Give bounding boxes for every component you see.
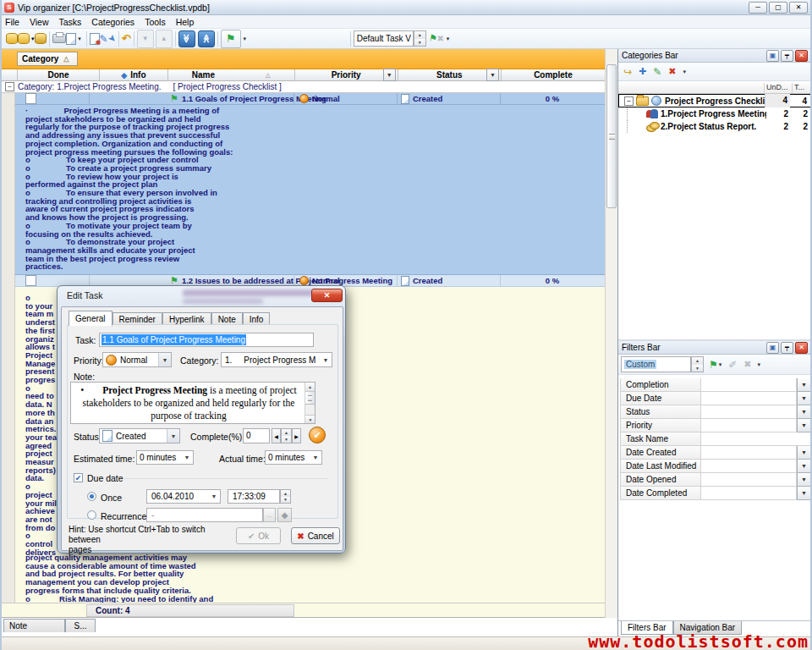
once-radio[interactable] xyxy=(87,492,96,501)
task2-done-checkbox[interactable] xyxy=(25,275,36,286)
edit-category-icon[interactable]: ✎ xyxy=(653,66,661,78)
menu-help[interactable]: Help xyxy=(176,17,195,27)
actual-combo-arrow-icon[interactable]: ▼ xyxy=(310,451,321,464)
filter-preset-spinner[interactable]: ▲▼ xyxy=(691,356,704,372)
col-name[interactable]: Name △ xyxy=(168,69,295,80)
col-done[interactable]: Done xyxy=(18,69,100,80)
tab-s[interactable]: S... xyxy=(65,619,96,632)
menu-categories[interactable]: Categories xyxy=(91,17,134,27)
clear-filter-icon[interactable]: ✐ xyxy=(728,359,737,371)
view-options-dropdown-icon[interactable]: ▾ xyxy=(444,30,452,47)
filter-row-date-created[interactable]: Date Created▼ xyxy=(620,446,811,460)
complete-step-left-icon[interactable]: ◀ xyxy=(272,428,281,443)
filter-date-created-dropdown-icon[interactable]: ▼ xyxy=(797,446,811,460)
grid-vertical-scrollbar[interactable] xyxy=(605,49,617,618)
collapse-icon[interactable]: − xyxy=(5,82,14,91)
priority-combo[interactable]: Normal ▼ xyxy=(102,352,172,367)
flag-filter-icon[interactable]: ⚑ xyxy=(221,30,241,48)
new-category-icon[interactable]: ✚ xyxy=(639,66,646,77)
col-undone[interactable]: UnD... xyxy=(765,83,793,93)
estimated-time-combo[interactable]: 0 minutes ▼ xyxy=(136,450,194,465)
once-date-combo[interactable]: 06.04.2010 ▼ xyxy=(146,489,221,504)
priority-combo-arrow-icon[interactable]: ▼ xyxy=(158,353,171,366)
menu-tools[interactable]: Tools xyxy=(145,17,166,27)
filters-restore-icon[interactable]: ▣ xyxy=(766,342,779,354)
recurrence-diamond-button[interactable]: ◆ xyxy=(277,508,292,522)
recent-database-icon[interactable]: ▾ xyxy=(18,30,35,47)
print-icon[interactable] xyxy=(52,30,66,47)
task-input[interactable]: 1.1 Goals of Project Progress Meeting xyxy=(99,333,314,347)
filters-close-icon[interactable]: ✕ xyxy=(795,342,808,354)
dialog-tab-general[interactable]: General xyxy=(69,311,112,326)
delete-task-icon[interactable]: ➤ xyxy=(108,30,116,47)
filters-pin-icon[interactable]: ┯ xyxy=(781,342,793,354)
close-button[interactable]: ✕ xyxy=(789,2,808,14)
move-up-icon[interactable]: ▲ xyxy=(156,30,173,48)
complete-spinner[interactable]: ▲▼ xyxy=(281,428,292,443)
tab-filters-bar[interactable]: Filters Bar xyxy=(621,621,673,635)
note-box[interactable]: •Project Progress Meeting is a meeting o… xyxy=(70,382,315,424)
menu-tasks[interactable]: Tasks xyxy=(59,17,82,27)
filter-due-date-dropdown-icon[interactable]: ▼ xyxy=(797,392,811,405)
category-group-row[interactable]: − Category: 1.Project Progress Meeting. … xyxy=(2,81,605,93)
open-database-icon[interactable] xyxy=(6,30,18,47)
status-filter-dropdown-icon[interactable]: ▼ xyxy=(486,69,499,81)
apply-view-icon[interactable]: ⚑ xyxy=(429,30,437,47)
tab-note[interactable]: Note xyxy=(3,619,65,632)
tree-row-category2[interactable]: 2.Project Status Report. 2 2 xyxy=(618,120,811,133)
once-time-spinner[interactable]: ▲▼ xyxy=(280,489,291,504)
status-combo-arrow-icon[interactable]: ▼ xyxy=(167,429,179,443)
task-view-spinner[interactable]: ▲▼ xyxy=(414,30,426,47)
filter-row-task-name[interactable]: Task Name xyxy=(620,432,811,446)
filter-date-opened-dropdown-icon[interactable]: ▼ xyxy=(797,473,811,487)
delete-category-icon[interactable]: ✖ xyxy=(668,66,676,77)
tree-collapse-icon[interactable]: − xyxy=(624,96,634,106)
tree-row-category1[interactable]: 1.Project Progress Meeting. 2 2 xyxy=(618,107,811,120)
note-scrollbar[interactable]: ▲ ▼ xyxy=(304,383,315,423)
undo-icon[interactable]: ↶ xyxy=(122,30,131,47)
collapse-all-icon[interactable]: ≫ xyxy=(198,30,215,47)
save-database-icon[interactable] xyxy=(35,30,47,47)
filter-date-completed-dropdown-icon[interactable]: ▼ xyxy=(797,487,811,500)
col-complete[interactable]: Complete xyxy=(502,69,605,80)
status-combo[interactable]: Created ▼ xyxy=(99,428,180,443)
print-options-dropdown-icon[interactable]: ▾ xyxy=(76,30,84,47)
expand-all-icon[interactable]: ≫ xyxy=(178,30,195,47)
filter-row-completion[interactable]: Completion▼ xyxy=(620,378,811,392)
filter-priority-dropdown-icon[interactable]: ▼ xyxy=(797,419,811,432)
new-checklist-icon[interactable]: ↪ xyxy=(623,66,632,78)
categories-restore-icon[interactable]: ▣ xyxy=(766,50,779,62)
filter-row-priority[interactable]: Priority▼ xyxy=(620,419,811,432)
task-view-combo[interactable]: Default Task V xyxy=(354,30,414,47)
clear-view-icon[interactable]: ✖ xyxy=(437,30,444,47)
complete-input[interactable]: 0 xyxy=(243,428,270,443)
filter-status-dropdown-icon[interactable]: ▼ xyxy=(797,405,811,419)
filter-row-date-opened[interactable]: Date Opened▼ xyxy=(620,473,811,487)
task-row-1[interactable]: ⚑ 1.1 Goals of Project Progress Meeting … xyxy=(15,93,605,105)
once-date-arrow-icon[interactable]: ▼ xyxy=(208,490,220,503)
menu-file[interactable]: File xyxy=(5,17,19,27)
filter-completion-dropdown-icon[interactable]: ▼ xyxy=(797,378,811,392)
apply-filter-dropdown-icon[interactable]: ▾ xyxy=(719,361,722,368)
col-priority[interactable]: Priority ▼ xyxy=(295,69,398,80)
scrollbar-thumb[interactable] xyxy=(606,64,617,208)
filter-row-due-date[interactable]: Due Date▼ xyxy=(620,392,811,405)
recurrence-input[interactable]: - xyxy=(146,508,263,522)
col-status[interactable]: Status ▼ xyxy=(398,69,502,80)
category-combo[interactable]: 1. Project Progress M ▼ xyxy=(221,352,332,367)
cancel-button[interactable]: ✖Cancel xyxy=(291,527,340,544)
delete-filter-icon[interactable]: ✖ xyxy=(743,359,751,370)
priority-filter-dropdown-icon[interactable]: ▼ xyxy=(383,69,396,81)
group-by-chip[interactable]: Category △ xyxy=(17,52,78,66)
estimated-combo-arrow-icon[interactable]: ▼ xyxy=(181,451,193,464)
categories-close-icon[interactable]: ✕ xyxy=(795,50,808,62)
dialog-close-button[interactable]: ✕ xyxy=(311,289,343,302)
ok-button[interactable]: ✔Ok xyxy=(236,527,281,544)
complete-step-right-icon[interactable]: ▶ xyxy=(292,428,301,443)
recurrence-radio[interactable] xyxy=(87,510,96,520)
filter-row-status[interactable]: Status▼ xyxy=(620,405,811,419)
filter-row-date-modified[interactable]: Date Last Modified▼ xyxy=(620,460,811,473)
print-preview-icon[interactable] xyxy=(66,30,76,47)
category-combo-arrow-icon[interactable]: ▼ xyxy=(320,353,332,366)
filter-preset-combo[interactable]: Custom xyxy=(621,356,691,372)
